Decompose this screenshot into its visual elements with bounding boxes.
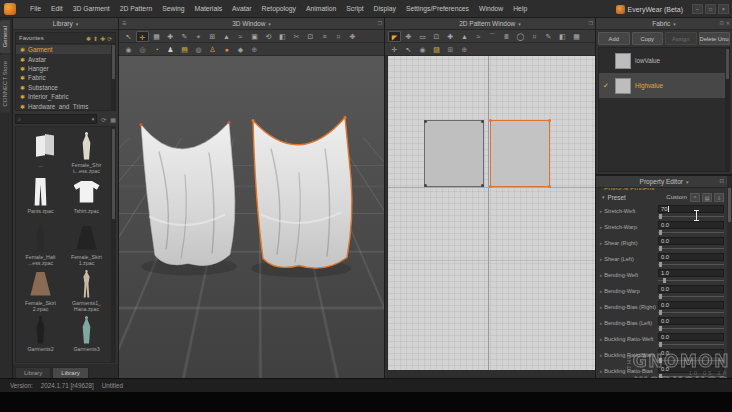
expand-arrow-icon[interactable]: ▸: [600, 210, 602, 215]
tool-icon[interactable]: ▲: [458, 31, 471, 42]
cloth-right-selected[interactable]: [251, 116, 352, 268]
property-slider[interactable]: [658, 358, 724, 363]
menu-item[interactable]: Materials: [191, 3, 227, 14]
tool-icon[interactable]: ✚: [164, 31, 177, 42]
fabric-list-item[interactable]: ✓ lowValue: [599, 48, 729, 73]
favorites-item[interactable]: ✱ Interior_Fabric: [16, 92, 115, 101]
tool-icon[interactable]: ✚: [444, 31, 457, 42]
property-editor-header[interactable]: Property Editor ▾ ⊡ ✕: [596, 176, 732, 188]
tool-icon[interactable]: ≈: [234, 31, 247, 42]
tool-icon[interactable]: ▭: [416, 31, 429, 42]
hamburger-menu-icon[interactable]: ☰: [122, 20, 126, 26]
favorites-item[interactable]: ✱ Garment: [16, 45, 115, 54]
slider-thumb[interactable]: [659, 294, 662, 299]
tool-icon[interactable]: ↖: [122, 31, 135, 42]
window-button[interactable]: ×: [718, 4, 729, 14]
menu-item[interactable]: 2D Pattern: [116, 3, 157, 14]
slider-thumb[interactable]: [659, 246, 662, 251]
menu-item[interactable]: Settings/Preferences: [402, 3, 473, 14]
property-value-field[interactable]: 0.0: [658, 349, 724, 357]
favorites-header-icon[interactable]: ⟳: [107, 35, 112, 42]
chevron-down-icon[interactable]: ▾: [673, 21, 676, 27]
property-slider[interactable]: [658, 214, 724, 219]
library-item[interactable]: Garments2: [18, 313, 63, 358]
property-value-field[interactable]: 0.0: [658, 365, 724, 373]
undock-panel-icon[interactable]: ⊡: [720, 178, 724, 184]
tool-icon[interactable]: ◆: [234, 44, 247, 55]
fabric-scrollbar[interactable]: [725, 48, 729, 171]
library-item[interactable]: Garments3: [64, 313, 109, 358]
property-slider[interactable]: [658, 230, 724, 235]
slider-thumb[interactable]: [659, 214, 662, 219]
expand-arrow-icon[interactable]: ▸: [600, 338, 602, 343]
expand-arrow-icon[interactable]: ▸: [600, 322, 602, 327]
property-slider[interactable]: [658, 294, 724, 299]
library-item[interactable]: ...: [18, 129, 63, 174]
slider-thumb[interactable]: [659, 310, 662, 315]
expand-arrow-icon[interactable]: ▸: [600, 306, 602, 311]
library-refresh-icon[interactable]: ⟳: [101, 116, 106, 123]
menu-item[interactable]: File: [26, 3, 45, 14]
tool-icon[interactable]: ▦: [570, 31, 583, 42]
fabric-list-item[interactable]: ✓ Highvalue: [599, 73, 729, 98]
pattern-piece-right-selected[interactable]: [490, 120, 550, 187]
library-scrollbar[interactable]: [111, 127, 115, 362]
tool-icon[interactable]: ⊕: [248, 44, 261, 55]
tool-icon[interactable]: ✎: [542, 31, 555, 42]
tool-icon[interactable]: ▲: [220, 31, 233, 42]
property-value-field[interactable]: 0.0: [658, 221, 724, 229]
tool-icon[interactable]: ◍: [192, 44, 205, 55]
pattern-piece-left[interactable]: [424, 120, 484, 187]
property-slider[interactable]: [658, 262, 724, 267]
chevron-down-icon[interactable]: ▾: [518, 21, 521, 27]
expand-arrow-icon[interactable]: ▸: [600, 258, 602, 263]
library-item[interactable]: Tshirt.zpac: [64, 175, 109, 220]
tool-icon[interactable]: ◔: [150, 44, 163, 55]
tool-icon[interactable]: ▦: [150, 31, 163, 42]
tool-icon[interactable]: ♟: [164, 44, 177, 55]
tool-icon[interactable]: ⌗: [528, 31, 541, 42]
tool-icon[interactable]: ✎: [178, 31, 191, 42]
expand-arrow-icon[interactable]: ▸: [600, 242, 602, 247]
expand-arrow-icon[interactable]: ▸: [600, 226, 602, 231]
tool-icon[interactable]: ⊡: [304, 31, 317, 42]
fabric-swatch[interactable]: [615, 78, 631, 94]
slider-thumb[interactable]: [659, 358, 662, 363]
tool-icon[interactable]: ▣: [248, 31, 261, 42]
favorites-item[interactable]: ✱ Substance: [16, 83, 115, 92]
library-panel-header[interactable]: Library ▾: [13, 18, 118, 30]
property-value-field[interactable]: 0.0: [658, 237, 724, 245]
tool-icon[interactable]: ◧: [276, 31, 289, 42]
preset-icon-button[interactable]: ▤: [702, 193, 712, 202]
slider-thumb[interactable]: [659, 326, 662, 331]
property-slider[interactable]: [658, 342, 724, 347]
side-strip-tab[interactable]: General: [0, 20, 10, 53]
menu-item[interactable]: Avatar: [228, 3, 256, 14]
menu-item[interactable]: Script: [342, 3, 367, 14]
library-tab[interactable]: Library: [52, 367, 88, 378]
tool-icon[interactable]: ◤: [388, 31, 401, 42]
tool-icon[interactable]: ◉: [416, 44, 429, 55]
tool-icon[interactable]: ✥: [346, 31, 359, 42]
fabric-action-button[interactable]: Add: [598, 32, 630, 45]
tool-icon[interactable]: ✂: [290, 31, 303, 42]
menu-item[interactable]: Sewing: [158, 3, 188, 14]
slider-thumb[interactable]: [659, 262, 662, 267]
preset-icon-button[interactable]: ^: [690, 193, 700, 202]
tool-icon[interactable]: ●: [220, 44, 233, 55]
search-filter-caret-icon[interactable]: ▾: [92, 116, 95, 122]
chevron-down-icon[interactable]: ▾: [686, 179, 689, 185]
property-value-field[interactable]: 0.0: [658, 317, 724, 325]
favorites-header-icon[interactable]: ✱: [86, 35, 91, 42]
preset-icon-button[interactable]: ⇩: [714, 193, 724, 202]
tool-icon[interactable]: ▤: [178, 44, 191, 55]
favorites-item[interactable]: ✱ Avatar: [16, 54, 115, 63]
tool-icon[interactable]: ✥: [402, 31, 415, 42]
2d-pattern-canvas[interactable]: [385, 56, 595, 378]
tool-icon[interactable]: ⊡: [430, 31, 443, 42]
expand-arrow-icon[interactable]: ▸: [600, 290, 602, 295]
tool-icon[interactable]: ⊞: [206, 31, 219, 42]
app-logo-icon[interactable]: [4, 3, 16, 15]
favorites-scrollbar[interactable]: [111, 44, 115, 110]
property-slider[interactable]: [658, 310, 724, 315]
